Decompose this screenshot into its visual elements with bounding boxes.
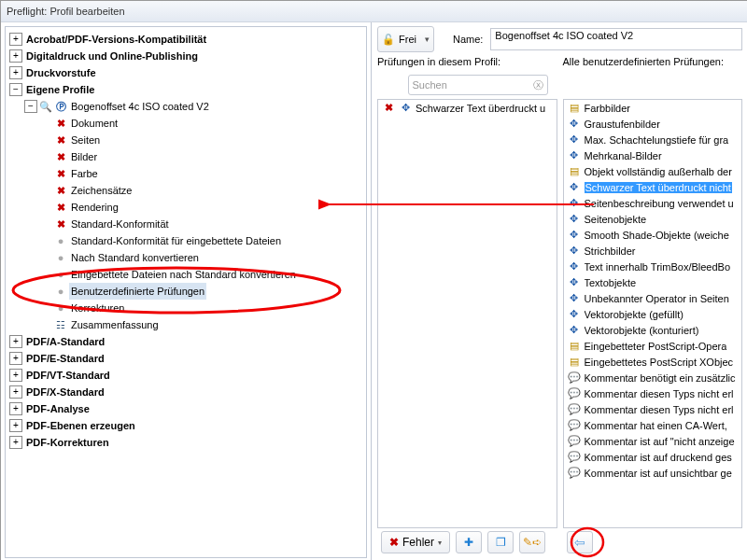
item-label: Kommentar diesen Typs nicht erl [585, 388, 734, 399]
tree-node[interactable]: ☷Zusammenfassung [9, 316, 362, 333]
expand-icon[interactable]: + [9, 49, 22, 63]
window-title: Preflight: Profil bearbeiten [1, 1, 747, 22]
list-item[interactable]: ✥Max. Schachtelungstiefe für gra [564, 132, 742, 147]
expand-icon[interactable]: + [9, 385, 22, 399]
mv-icon: ✥ [568, 308, 581, 321]
list-item[interactable]: ✥Graustufenbilder [564, 116, 742, 132]
mv-icon: ✥ [568, 229, 581, 242]
expand-icon[interactable]: + [9, 33, 22, 46]
collapse-icon[interactable]: − [24, 100, 37, 113]
disabled-icon: ● [54, 300, 67, 316]
tree-node[interactable]: ✖Dokument [9, 115, 362, 132]
tree-node[interactable]: +PDF-Analyse [9, 400, 362, 417]
expand-icon[interactable]: + [9, 352, 22, 365]
item-label: Smooth Shade-Objekte (weiche [585, 230, 729, 241]
sp-icon: 💬 [568, 403, 581, 416]
duplicate-button[interactable]: ❐ [487, 531, 514, 553]
tree-node[interactable]: +Digitaldruck und Online-Publishing [9, 48, 362, 64]
list-item[interactable]: ▤Farbbilder [564, 100, 742, 116]
tree-node[interactable]: ✖Standard-Konformität [9, 216, 362, 232]
list-item[interactable]: ✥Mehrkanal-Bilder [564, 147, 742, 163]
tree-node[interactable]: ●Korrekturen [9, 300, 362, 316]
tree-node[interactable]: ●Nach Standard konvertieren [9, 249, 362, 266]
mv-icon: ✥ [568, 181, 581, 194]
mv-icon: ✥ [568, 197, 581, 210]
x-icon: ✖ [54, 182, 67, 199]
profile-checks-list[interactable]: ✖✥Schwarzer Text überdruckt u [377, 99, 557, 528]
tree-node[interactable]: ✖Farbe [9, 165, 362, 182]
tree-node[interactable]: ✖Bilder [9, 148, 362, 165]
tree-node[interactable]: +PDF-Ebenen erzeugen [9, 417, 362, 434]
expand-icon[interactable]: + [9, 402, 22, 415]
list-item[interactable]: ✥Strichbilder [564, 243, 742, 259]
tree-node-selected[interactable]: ●Benutzerdefinierte Prüfungen [9, 283, 362, 300]
tree-node[interactable]: −🔍ⓅBogenoffset 4c ISO coated V2 [9, 98, 362, 115]
list-item[interactable]: 💬Kommentar diesen Typs nicht erl [564, 385, 742, 401]
all-checks-list[interactable]: ▤Farbbilder✥Graustufenbilder✥Max. Schach… [563, 99, 743, 528]
item-label: Farbbilder [585, 103, 631, 114]
list-item[interactable]: 💬Kommentar ist auf druckend ges [564, 449, 742, 465]
list-item[interactable]: ✥Vektorobjekte (konturiert) [564, 322, 742, 338]
expand-icon[interactable]: + [9, 335, 22, 348]
tree-node[interactable]: ✖Zeichensätze [9, 182, 362, 199]
checks-in-profile-panel: Prüfungen in diesem Profil: Suchenⓧ ✖✥Sc… [377, 56, 557, 556]
item-label: Schwarzer Text überdruckt nicht [585, 182, 732, 193]
expand-icon[interactable]: + [9, 436, 22, 449]
tree-node[interactable]: ✖Rendering [9, 199, 362, 216]
export-button[interactable]: ✎➪ [519, 531, 545, 553]
search-placeholder: Suchen [413, 79, 447, 91]
clear-icon[interactable]: ⓧ [533, 78, 543, 92]
sp-icon: 💬 [568, 371, 581, 385]
collapse-icon[interactable]: − [9, 83, 22, 96]
list-item[interactable]: ✥Seitenbeschreibung verwendet u [564, 195, 742, 211]
x-icon: ✖ [54, 165, 67, 182]
new-button[interactable]: ✚ [456, 531, 482, 553]
item-label: Strichbilder [585, 245, 636, 257]
item-label: Vektorobjekte (gefüllt) [585, 309, 684, 320]
expand-icon[interactable]: + [9, 419, 22, 432]
errors-button[interactable]: ✖Fehler▾ [381, 531, 450, 553]
list-item[interactable]: ✥Smooth Shade-Objekte (weiche [564, 227, 742, 243]
list-item[interactable]: 💬Kommentar benötigt ein zusätzlic [564, 370, 742, 385]
tree-node[interactable]: +PDF/VT-Standard [9, 367, 362, 384]
search-input[interactable]: Suchenⓧ [408, 75, 548, 95]
list-item[interactable]: ✥Textobjekte [564, 274, 742, 290]
list-item[interactable]: 💬Kommentar diesen Typs nicht erl [564, 401, 742, 417]
tree-node[interactable]: +PDF/E-Standard [9, 350, 362, 367]
list-item[interactable]: ✥Seitenobjekte [564, 211, 742, 227]
pg-icon: ▤ [568, 340, 581, 353]
list-item[interactable]: ✥Schwarzer Text überdruckt nicht [564, 179, 742, 195]
lock-dropdown[interactable]: 🔓Frei [377, 26, 434, 52]
profile-tree[interactable]: +Acrobat/PDF-Versions-Kompatibilität +Di… [5, 26, 367, 558]
list-item[interactable]: ✥Unbekannter Operator in Seiten [564, 290, 742, 306]
tree-node[interactable]: ✖Seiten [9, 132, 362, 148]
tree-node[interactable]: +Acrobat/PDF-Versions-Kompatibilität [9, 31, 362, 48]
tree-node[interactable]: ●Standard-Konformität für eingebettete D… [9, 232, 362, 249]
list-item[interactable]: ✥Vektorobjekte (gefüllt) [564, 306, 742, 322]
list-item[interactable]: ▤Eingebettetes PostScript XObjec [564, 354, 742, 370]
tree-node[interactable]: +PDF-Korrekturen [9, 434, 362, 451]
name-field[interactable]: Bogenoffset 4c ISO coated V2 [490, 28, 742, 50]
tree-node[interactable]: +PDF/X-Standard [9, 384, 362, 400]
tree-node[interactable]: +PDF/A-Standard [9, 333, 362, 350]
list-item[interactable]: ✥Text innerhalb TrimBox/BleedBo [564, 259, 742, 274]
list-item[interactable]: 💬Kommentar hat einen CA-Wert, [564, 417, 742, 433]
col-header: Prüfungen in diesem Profil: [377, 56, 557, 73]
item-label: Kommentar ist auf "nicht anzeige [585, 436, 735, 447]
list-item[interactable]: ▤Objekt vollständig außerhalb der [564, 163, 742, 179]
list-item[interactable]: ▤Eingebetteter PostScript-Opera [564, 338, 742, 354]
list-item[interactable]: 💬Kommentar ist auf unsichtbar ge [564, 465, 742, 481]
list-item[interactable]: ✖✥Schwarzer Text überdruckt u [378, 100, 557, 116]
x-icon: ✖ [54, 132, 67, 148]
mv-icon: ✥ [568, 292, 581, 305]
tree-node[interactable]: +Druckvorstufe [9, 64, 362, 81]
add-left-button[interactable]: ⇦ [567, 531, 593, 553]
tree-node[interactable]: ●Eingebettete Dateien nach Standard konv… [9, 266, 362, 283]
x-icon: ✖ [389, 536, 399, 549]
expand-icon[interactable]: + [9, 369, 22, 382]
move-icon: ✥ [399, 102, 412, 115]
sp-icon: 💬 [568, 467, 581, 480]
list-item[interactable]: 💬Kommentar ist auf "nicht anzeige [564, 433, 742, 449]
expand-icon[interactable]: + [9, 66, 22, 79]
tree-node[interactable]: −Eigene Profile [9, 81, 362, 98]
